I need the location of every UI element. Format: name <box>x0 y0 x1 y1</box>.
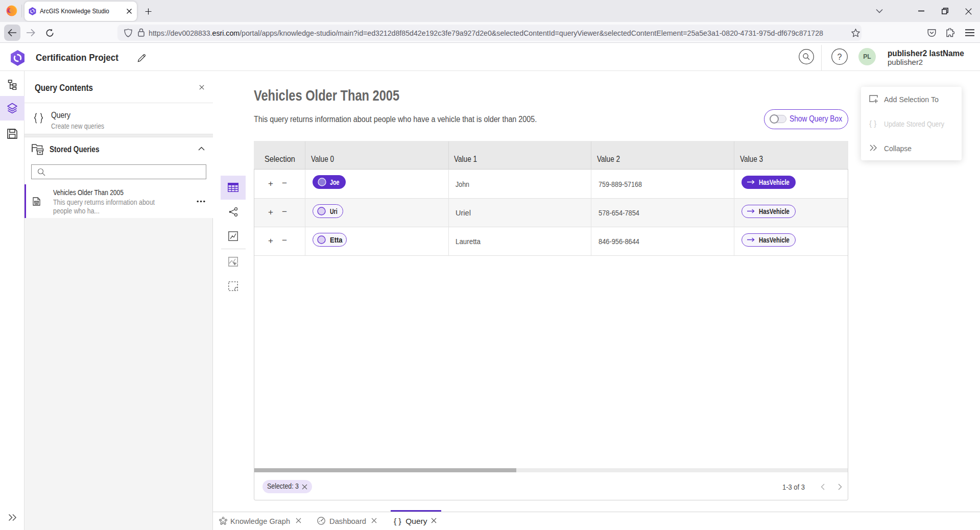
svg-text:?: ? <box>838 53 842 61</box>
